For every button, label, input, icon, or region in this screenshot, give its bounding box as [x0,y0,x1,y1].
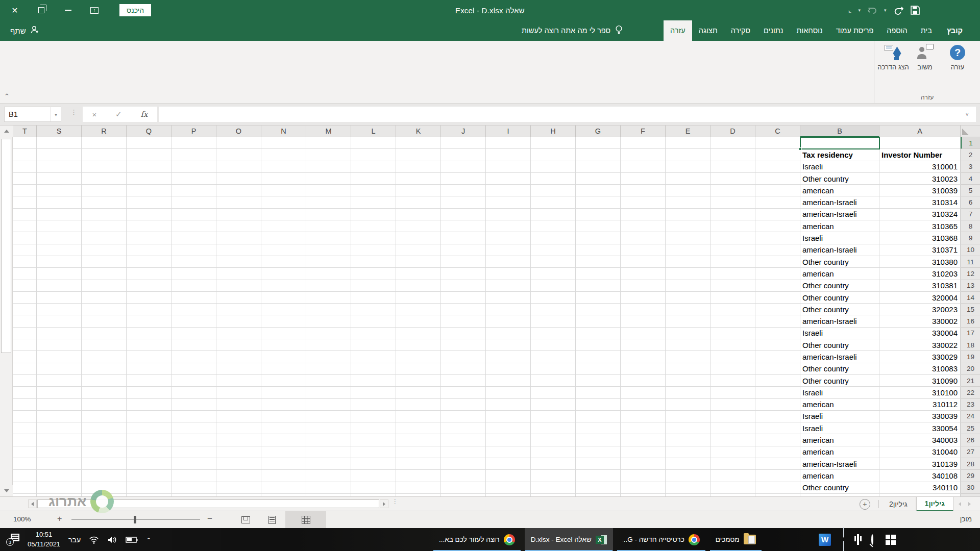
language-indicator[interactable]: עבר [68,536,81,544]
cell-T18[interactable] [13,339,37,351]
cell-N19[interactable] [261,351,306,363]
ribbon-tab-3[interactable]: הוספה [880,20,914,41]
scroll-left-icon[interactable] [28,499,37,508]
cell-S23[interactable] [37,399,82,411]
row-header-9[interactable]: 9 [961,232,980,244]
cell-E28[interactable] [666,458,710,470]
cell-M28[interactable] [306,458,351,470]
cell-C1[interactable] [755,137,800,149]
cell-T22[interactable] [13,387,37,398]
cell-B16[interactable]: american-Israeli [800,315,879,327]
cell-H21[interactable] [531,375,576,387]
cell-P30[interactable] [172,482,216,494]
cell-N22[interactable] [261,387,306,398]
row-header-1[interactable]: 1 [961,137,980,149]
cell-L15[interactable] [351,304,396,315]
cell-I16[interactable] [486,315,531,327]
row-header-23[interactable]: 23 [961,399,980,411]
cell-F3[interactable] [621,161,666,173]
cell-M18[interactable] [306,339,351,351]
cell-A7[interactable]: 310324 [879,209,961,220]
cell-K25[interactable] [396,422,441,434]
cell-B7[interactable]: american-Israeli [800,209,879,220]
cell-S17[interactable] [37,328,82,339]
wifi-icon[interactable] [89,536,99,544]
cell-S9[interactable] [37,232,82,244]
cell-K9[interactable] [396,232,441,244]
cell-H20[interactable] [531,363,576,375]
cell-N28[interactable] [261,458,306,470]
column-header-A[interactable]: A [879,126,961,137]
cell-I14[interactable] [486,292,531,304]
cell-Q24[interactable] [127,411,172,422]
cell-F20[interactable] [621,363,666,375]
cell-I28[interactable] [486,458,531,470]
row-header-5[interactable]: 5 [961,185,980,196]
cell-L14[interactable] [351,292,396,304]
normal-view-button[interactable] [285,511,326,528]
row-header-7[interactable]: 7 [961,209,980,220]
cell-G15[interactable] [576,304,621,315]
cell-E7[interactable] [666,209,710,220]
cell-Q23[interactable] [127,399,172,411]
ribbon-tab-9[interactable]: עזרה [664,20,692,41]
cell-G29[interactable] [576,470,621,482]
name-box[interactable]: B1 ▾ [4,107,61,122]
cell-O22[interactable] [216,387,261,398]
cell-J12[interactable] [441,268,486,280]
cell-T20[interactable] [13,363,37,375]
cell-C16[interactable] [755,315,800,327]
select-all-corner[interactable] [961,126,980,137]
cell-O19[interactable] [216,351,261,363]
cell-K22[interactable] [396,387,441,398]
cell-A19[interactable]: 330029 [879,351,961,363]
cell-L29[interactable] [351,470,396,482]
taskbar-app-1[interactable]: רוצה לעזור לכם בא... [433,528,521,551]
cell-B27[interactable]: american [800,446,879,458]
cell-R24[interactable] [82,411,127,422]
cell-F30[interactable] [621,482,666,494]
cell-N20[interactable] [261,363,306,375]
cell-J18[interactable] [441,339,486,351]
cell-C19[interactable] [755,351,800,363]
cell-A18[interactable]: 330022 [879,339,961,351]
cell-A3[interactable]: 310001 [879,161,961,173]
cell-J24[interactable] [441,411,486,422]
cell-E30[interactable] [666,482,710,494]
cell-G23[interactable] [576,399,621,411]
cell-A28[interactable]: 310139 [879,458,961,470]
row-header-18[interactable]: 18 [961,339,980,351]
cell-G16[interactable] [576,315,621,327]
cell-F14[interactable] [621,292,666,304]
cell-Q12[interactable] [127,268,172,280]
cell-G3[interactable] [576,161,621,173]
cell-G27[interactable] [576,446,621,458]
cell-D6[interactable] [710,196,755,208]
cell-B12[interactable]: american [800,268,879,280]
cell-Q11[interactable] [127,256,172,268]
cell-J21[interactable] [441,375,486,387]
cell-A21[interactable]: 310090 [879,375,961,387]
cell-Q5[interactable] [127,185,172,196]
cell-M7[interactable] [306,209,351,220]
cell-H1[interactable] [531,137,576,149]
cell-R10[interactable] [82,244,127,256]
cell-T23[interactable] [13,399,37,411]
cell-L22[interactable] [351,387,396,398]
cell-K16[interactable] [396,315,441,327]
cell-A4[interactable]: 310023 [879,173,961,185]
cell-O8[interactable] [216,220,261,232]
cell-R5[interactable] [82,185,127,196]
cell-A17[interactable]: 330004 [879,328,961,339]
cell-C23[interactable] [755,399,800,411]
cell-H29[interactable] [531,470,576,482]
cell-C24[interactable] [755,411,800,422]
cell-C11[interactable] [755,256,800,268]
cell-K24[interactable] [396,411,441,422]
row-header-25[interactable]: 25 [961,422,980,434]
cell-H19[interactable] [531,351,576,363]
cell-R9[interactable] [82,232,127,244]
cell-G12[interactable] [576,268,621,280]
cell-S24[interactable] [37,411,82,422]
scroll-down-icon[interactable] [0,485,13,496]
